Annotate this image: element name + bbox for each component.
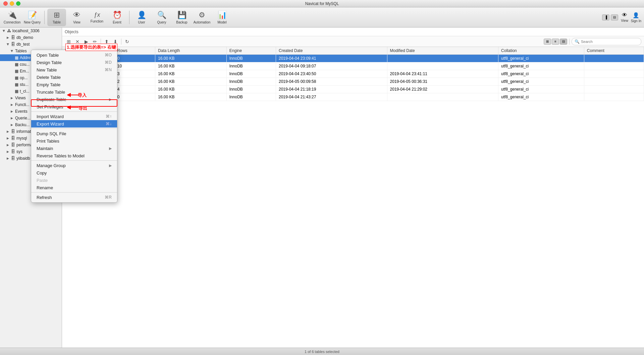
menu-separator	[31, 111, 117, 112]
menu-item-import-wizard[interactable]: Import Wizard ⌘↑	[31, 113, 117, 120]
window-controls[interactable]	[3, 1, 20, 6]
toolbar-query[interactable]: 🔍 Query	[152, 9, 171, 26]
menu-item-maintain[interactable]: Maintain ▶	[31, 145, 117, 152]
menu-item-duplicate-table[interactable]: Duplicate Table ▶	[31, 96, 117, 103]
sep	[569, 39, 570, 45]
table-icon: ▦	[15, 55, 18, 60]
expand-icon: ▶	[7, 157, 9, 160]
query-label: Query	[157, 20, 166, 24]
context-menu: Open Table ⌘O Design Table ⌘D New Table …	[31, 50, 117, 203]
db-icon: 🗄	[11, 129, 15, 134]
expand-icon: ▶	[7, 130, 9, 133]
menu-item-shortcut: ⌘R	[105, 195, 112, 200]
menu-item-rename[interactable]: Rename	[31, 184, 117, 191]
event-label: Event	[113, 20, 121, 24]
menu-item-export-wizard[interactable]: Export Wizard ⌘↓	[31, 120, 117, 128]
menu-item-label: Design Table	[37, 60, 105, 65]
toolbar-table[interactable]: ⊞ Table	[47, 9, 66, 26]
sidebar-item-db-demo[interactable]: ▶ 🗄 db_demo	[0, 34, 62, 41]
sign-in-icon: 👤	[633, 12, 639, 18]
search-icon: 🔍	[575, 39, 580, 44]
import-button[interactable]: ⬆	[103, 38, 111, 45]
new-query-icon: 📝	[28, 11, 37, 19]
table-row[interactable]: op... 2 16.00 KB InnoDB 2019-04-05 00:09…	[62, 78, 644, 86]
sidebar-toggle-button[interactable]: ▐	[602, 14, 609, 20]
refresh-button[interactable]: ↻	[123, 38, 131, 45]
new-table-button[interactable]: ⊞	[65, 38, 73, 45]
menu-item-reverse-tables[interactable]: Reverse Tables to Model	[31, 152, 117, 159]
cell-collation: utf8_general_ci	[498, 78, 584, 86]
toolbar-backup[interactable]: 💾 Backup	[172, 9, 191, 26]
menu-item-refresh[interactable]: Refresh ⌘R	[31, 194, 117, 201]
grid-view-button[interactable]: ⊞	[544, 39, 551, 45]
menu-item-set-privileges[interactable]: Set Privileges	[31, 103, 117, 110]
table-row[interactable]: cou... 10 16.00 KB InnoDB 2019-04-04 09:…	[62, 62, 644, 70]
sidebar-item-db-test[interactable]: ▶ 🗄 db_test	[0, 41, 62, 48]
cell-rows: 3	[114, 70, 155, 78]
detail-view-button[interactable]: ⊟	[560, 39, 567, 45]
menu-item-label: Export Wizard	[37, 121, 106, 126]
sidebar-item-localhost[interactable]: ▶ 🖧 localhost_3306	[0, 28, 62, 34]
toolbar-sign-in[interactable]: 👤 Sign In	[631, 12, 641, 23]
menu-item-delete-table[interactable]: Delete Table	[31, 73, 117, 81]
query-icon: 🔍	[157, 11, 166, 19]
export-button[interactable]: ⬇	[111, 38, 119, 45]
menu-item-dump-sql[interactable]: Dump SQL File	[31, 130, 117, 137]
cell-data-length: 16.00 KB	[155, 86, 227, 93]
open-table-button[interactable]: ▶	[82, 38, 90, 45]
minimize-button[interactable]	[10, 1, 14, 6]
search-input[interactable]	[581, 40, 638, 44]
toolbar-new-query[interactable]: 📝 New Query	[23, 9, 42, 26]
menu-item-label: Print Tables	[37, 139, 112, 144]
cell-data-length: 16.00 KB	[155, 78, 227, 86]
table-row[interactable]: Address 0 16.00 KB InnoDB 2019-04-04 23:…	[62, 55, 644, 62]
db-icon: 🗄	[11, 156, 15, 161]
cell-modified	[387, 55, 498, 62]
menu-item-design-table[interactable]: Design Table ⌘D	[31, 59, 117, 66]
menu-item-empty-table[interactable]: Empty Table	[31, 81, 117, 88]
toolbar-event[interactable]: ⏰ Event	[108, 9, 126, 26]
maximize-button[interactable]	[16, 1, 20, 6]
toolbar-view[interactable]: 👁 View	[67, 9, 86, 26]
content-area: Objects ⊞ ✕ ▶ ✏ ⬆ ⬇ ↻ ⊞ ≡ ⊟ 🔍	[62, 28, 644, 348]
menu-item-print-tables[interactable]: Print Tables	[31, 137, 117, 145]
cell-engine: InnoDB	[226, 55, 276, 62]
cell-engine: InnoDB	[226, 62, 276, 70]
expand-icon: ▶	[7, 143, 9, 147]
menu-item-copy[interactable]: Copy	[31, 169, 117, 176]
table-icon: ▦	[15, 89, 18, 94]
toolbar-function[interactable]: ƒx Function	[88, 9, 106, 26]
toolbar-automation[interactable]: ⚙ Automation	[193, 9, 211, 26]
table-container: Name Rows Data Length Engine Created Dat…	[62, 47, 644, 348]
search-box[interactable]: 🔍	[572, 38, 641, 45]
menu-item-label: Paste	[37, 178, 112, 183]
design-table-button[interactable]: ✏	[91, 38, 99, 45]
list-view-button[interactable]: ≡	[552, 39, 559, 45]
user-icon: 👤	[137, 11, 146, 19]
close-button[interactable]	[3, 1, 8, 6]
table-row[interactable]: stu... 4 16.00 KB InnoDB 2019-04-04 21:1…	[62, 86, 644, 93]
toolbar-view-right[interactable]: 👁 View	[621, 12, 628, 22]
toolbar-model[interactable]: 📊 Model	[213, 9, 231, 26]
delete-table-button[interactable]: ✕	[73, 38, 82, 45]
main-toolbar: 🔌 Connection 📝 New Query ⊞ Table 👁 View …	[0, 7, 644, 28]
menu-item-open-table[interactable]: Open Table ⌘O	[31, 51, 117, 59]
menu-item-new-table[interactable]: New Table ⌘N	[31, 66, 117, 73]
connection-label: Connection	[4, 20, 21, 24]
sign-in-label: Sign In	[631, 19, 641, 23]
db-icon: 🗄	[11, 35, 15, 40]
toolbar-user[interactable]: 👤 User	[132, 9, 151, 26]
expand-icon: ▶	[7, 150, 9, 153]
menu-item-manage-group[interactable]: Manage Group ▶	[31, 162, 117, 169]
app-title: Navicat for MySQL	[305, 1, 339, 6]
table-row[interactable]: Em... 3 16.00 KB InnoDB 2019-04-04 23:40…	[62, 70, 644, 78]
menu-item-label: Maintain	[37, 146, 109, 151]
toolbar-connection[interactable]: 🔌 Connection	[3, 9, 21, 26]
sidebar-label-db-test: db_test	[16, 42, 59, 47]
menu-item-truncate-table[interactable]: Truncate Table	[31, 88, 117, 96]
menu-item-label: Manage Group	[37, 163, 109, 168]
cell-modified	[387, 62, 498, 70]
split-toggle-button[interactable]: ⊟	[611, 14, 618, 20]
table-row[interactable]: t_cl... 0 16.00 KB InnoDB 2019-04-04 21:…	[62, 93, 644, 101]
automation-icon: ⚙	[199, 11, 205, 19]
